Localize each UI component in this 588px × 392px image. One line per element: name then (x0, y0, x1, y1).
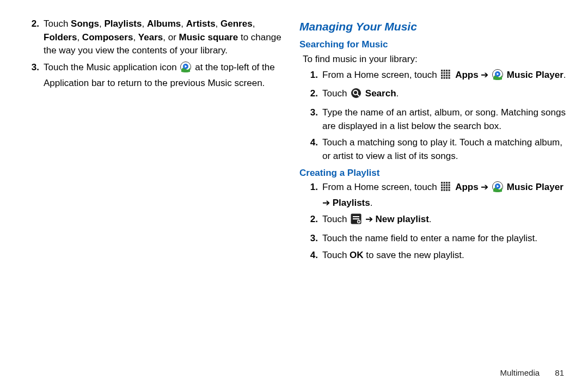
svg-rect-31 (446, 185, 448, 186)
body-text: . (396, 88, 399, 99)
svg-rect-11 (441, 75, 443, 76)
bold-text: OK (350, 250, 364, 260)
svg-rect-44 (353, 216, 359, 217)
body-text: , (142, 19, 147, 29)
step-number: 3. (21, 61, 44, 90)
body-text: Touch the Music application icon (44, 62, 179, 72)
svg-rect-3 (441, 70, 443, 71)
bold-text: Years (138, 32, 163, 42)
svg-rect-17 (446, 77, 448, 78)
step-number: 1. (299, 69, 322, 84)
numbered-step: 3.Touch the Music application icon at th… (21, 61, 289, 90)
svg-rect-28 (449, 182, 450, 183)
bold-text: Search (365, 88, 396, 99)
body-text: , (77, 32, 82, 42)
body-text: . (429, 214, 432, 224)
bold-text: Apps (455, 70, 479, 80)
svg-rect-36 (449, 187, 450, 188)
svg-rect-37 (441, 189, 443, 191)
step-text: Touch Search. (322, 87, 567, 103)
step-text: Touch ➔ New playlist. (322, 213, 567, 229)
svg-rect-38 (444, 189, 445, 191)
music-player-icon (180, 62, 191, 77)
svg-rect-4 (444, 70, 445, 71)
menu-icon (351, 213, 362, 229)
svg-rect-14 (449, 75, 450, 76)
svg-rect-10 (449, 72, 450, 74)
right-column: Managing Your MusicSearching for MusicTo… (294, 17, 573, 381)
body-text: to save the new playlist. (364, 250, 464, 260)
bold-text: Playlists (105, 19, 142, 29)
svg-rect-34 (444, 187, 445, 188)
svg-rect-35 (446, 187, 448, 188)
left-column: 2.Touch Songs, Playlists, Albums, Artist… (15, 17, 294, 381)
svg-rect-12 (444, 75, 445, 76)
body-text: Touch the name field to enter a name for… (322, 233, 537, 243)
body-text: . (564, 70, 566, 80)
numbered-step: 1.From a Home screen, touch Apps ➔ Music… (299, 181, 567, 210)
subsection-heading: Searching for Music (299, 38, 567, 52)
step-text: Touch Songs, Playlists, Albums, Artists,… (44, 17, 289, 58)
numbered-step: 3.Touch the name field to enter a name f… (299, 232, 567, 246)
page-footer: Multimedia 81 (500, 367, 564, 379)
body-text: , (181, 19, 186, 29)
svg-rect-25 (441, 182, 443, 183)
numbered-step: 2.Touch Search. (299, 87, 567, 103)
numbered-step: 1.From a Home screen, touch Apps ➔ Music… (299, 69, 567, 84)
step-number: 3. (299, 232, 322, 246)
intro-text: To find music in your library: (303, 53, 567, 66)
apps-grid-icon (440, 181, 451, 197)
section-heading: Managing Your Music (299, 19, 567, 35)
svg-rect-13 (446, 75, 448, 76)
svg-point-21 (351, 88, 361, 98)
bold-text: Songs (71, 19, 99, 29)
numbered-step: 2.Touch Songs, Playlists, Albums, Artist… (21, 17, 289, 58)
step-number: 4. (299, 249, 322, 262)
bold-text: New playlist (376, 214, 429, 224)
step-text: Type the name of an artist, album, or so… (322, 106, 567, 133)
numbered-step: 4.Touch OK to save the new playlist. (299, 249, 567, 262)
step-number: 4. (299, 136, 322, 163)
svg-rect-29 (441, 185, 443, 186)
numbered-step: 3.Type the name of an artist, album, or … (299, 106, 567, 133)
step-number: 2. (299, 213, 322, 229)
body-text: From a Home screen, touch (322, 182, 439, 192)
body-text: ➔ (363, 214, 375, 224)
bold-text: Folders (44, 32, 77, 42)
svg-rect-5 (446, 70, 448, 71)
music-player-icon (492, 69, 503, 84)
bold-text: Playlists (333, 198, 370, 208)
body-text: ➔ (322, 198, 333, 208)
body-text: , or (163, 32, 179, 42)
step-text: From a Home screen, touch Apps ➔ Music P… (322, 69, 567, 84)
body-text: , (216, 19, 220, 29)
svg-rect-16 (444, 77, 445, 78)
svg-rect-18 (449, 77, 450, 78)
step-text: From a Home screen, touch Apps ➔ Music P… (322, 181, 567, 210)
footer-page-number: 81 (555, 368, 564, 377)
numbered-step: 4.Touch a matching song to play it. Touc… (299, 136, 567, 163)
step-number: 2. (21, 17, 44, 58)
svg-rect-27 (446, 182, 448, 183)
subsection-heading: Creating a Playlist (299, 167, 567, 180)
body-text: Touch (322, 250, 350, 260)
bold-text: Music Player (507, 70, 564, 80)
step-text: Touch OK to save the new playlist. (322, 249, 567, 262)
step-number: 3. (299, 106, 322, 133)
bold-text: Genres (220, 19, 253, 29)
svg-rect-9 (446, 72, 448, 74)
svg-rect-33 (441, 187, 443, 188)
svg-rect-8 (444, 72, 445, 74)
step-number: 2. (299, 87, 322, 103)
body-text: Touch (322, 88, 350, 99)
body-text: Touch (44, 19, 71, 29)
music-player-icon (492, 181, 503, 197)
step-number: 1. (299, 181, 322, 210)
svg-rect-6 (449, 70, 450, 71)
svg-rect-40 (449, 189, 450, 191)
step-text: Touch the name field to enter a name for… (322, 232, 567, 246)
body-text: , (253, 19, 255, 29)
svg-rect-7 (441, 72, 443, 74)
svg-rect-39 (446, 189, 448, 191)
footer-section: Multimedia (500, 368, 540, 377)
